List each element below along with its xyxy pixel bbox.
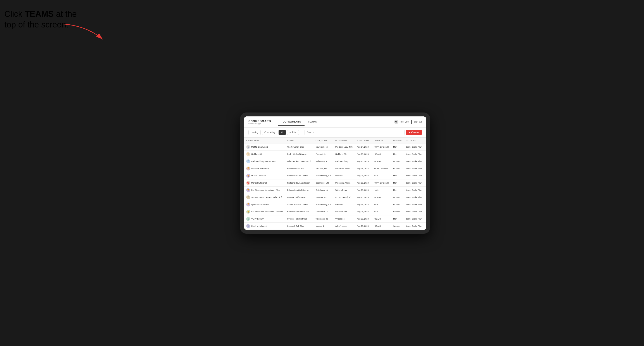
cell-event-name: 🏌 2023 Women's Hesston Fall Kickoff — [244, 194, 285, 201]
cell-start-date: Aug 28, 2023 — [355, 208, 372, 215]
cell-actions: ✎ Edit — [424, 165, 426, 172]
nav-tabs: TOURNAMENTS TEAMS — [278, 118, 394, 126]
col-venue: VENUE — [285, 138, 313, 144]
cell-division: NAIA — [372, 172, 391, 179]
cell-actions: ✎ Edit — [424, 158, 426, 165]
event-name: Fall Statesmen Invitational - Women — [251, 211, 283, 213]
settings-icon[interactable]: ⚙ — [394, 120, 398, 124]
logo-title: SCOREBOARD — [248, 120, 271, 123]
filter-button[interactable]: ≡ Filter — [287, 130, 299, 135]
cell-start-date: Aug 28, 2023 — [355, 201, 372, 208]
tablet-screen: SCOREBOARD Powered by clippit TOURNAMENT… — [244, 116, 426, 230]
cell-scoring: team, Stroke Play — [404, 194, 424, 201]
cell-gender: Women — [391, 208, 404, 215]
cell-event-name: 🏆 Maverick Invitational — [244, 165, 285, 172]
cell-gender: Women — [391, 194, 404, 201]
cell-actions: ✎ Edit — [424, 215, 426, 222]
cell-gender: Men — [391, 186, 404, 194]
cell-city: Marion, IL — [313, 222, 333, 230]
col-actions: ACTIONS — [424, 138, 426, 144]
cell-city: Newburgh, NY — [313, 143, 333, 151]
cell-start-date: Aug 25, 2023 — [355, 151, 372, 158]
cell-division: NCAA Division III — [372, 179, 391, 186]
tablet-frame: SCOREBOARD Powered by clippit TOURNAMENT… — [240, 113, 430, 234]
table-container: EVENT NAME VENUE CITY, STATE HOSTED BY S… — [244, 138, 426, 230]
cell-division: NAIA — [372, 201, 391, 208]
cell-division: NICAA I — [372, 151, 391, 158]
cell-division: NICAA II — [372, 194, 391, 201]
cell-city: Hesston, KS — [313, 194, 333, 201]
cell-start-date: Aug 28, 2023 — [355, 172, 372, 179]
team-icon: 🏆 — [246, 174, 250, 178]
cell-venue: Cypress Hills Golf Club — [285, 215, 313, 222]
header-user: Test User — [400, 121, 409, 123]
event-name: 2023 Women's Hesston Fall Kickoff — [251, 196, 282, 198]
table-row: 🏆 Fall Statesmen Invitational - Women Ed… — [244, 208, 426, 215]
annotation-bold: TEAMS — [25, 9, 54, 18]
cell-venue: Hesston Golf Course — [285, 194, 313, 201]
event-name: Fall Statesmen Invitational - Men — [251, 189, 280, 191]
team-icon: 🏆 — [246, 188, 250, 192]
cell-actions: ✎ Edit — [424, 201, 426, 208]
arrow-graphic — [61, 22, 109, 44]
cell-start-date: Aug 28, 2023 — [355, 179, 372, 186]
cell-venue: Edmundson Golf Course — [285, 186, 313, 194]
filter-all[interactable]: All — [278, 130, 286, 135]
cell-city: Prestonsburg, KY — [313, 201, 333, 208]
separator: | — [411, 120, 412, 124]
cell-hosted-by: Minnesota State — [333, 165, 355, 172]
cell-scoring: team, Stroke Play — [404, 165, 424, 172]
col-start-date: START DATE — [355, 138, 372, 144]
cell-scoring: team, Stroke Play — [404, 172, 424, 179]
search-input[interactable] — [304, 130, 404, 135]
team-icon: 🏆 — [246, 167, 250, 171]
cell-city: Faribault, MN — [313, 165, 333, 172]
cell-division: NAIA — [372, 208, 391, 215]
filter-hosting[interactable]: Hosting — [248, 130, 261, 135]
event-name: Klash at Kokopelli — [251, 225, 267, 227]
event-name: upike fall invitational — [251, 203, 269, 206]
cell-scoring: team, Stroke Play — [404, 151, 424, 158]
cell-scoring: team, Stroke Play — [404, 208, 424, 215]
create-label: Create — [411, 131, 419, 134]
cell-start-date: Aug 28, 2023 — [355, 186, 372, 194]
tab-tournaments[interactable]: TOURNAMENTS — [278, 118, 304, 126]
team-icon: 🏆 — [246, 202, 250, 206]
create-button[interactable]: + Create — [406, 130, 422, 135]
col-event-name: EVENT NAME — [244, 138, 285, 144]
table-row: 🏆 upike fall invitational StoneCrest Gol… — [244, 201, 426, 208]
team-icon: 🎯 — [246, 181, 250, 185]
table-row: 🏌 Klash at Kokopelli Kokopelli Golf Club… — [244, 222, 426, 230]
signout-link[interactable]: Sign out — [414, 121, 422, 123]
cell-division: NCAA Division III — [372, 143, 391, 151]
cell-city: Galesburg, IL — [313, 158, 333, 165]
cell-venue: Park Hills Golf Course — [285, 151, 313, 158]
cell-hosted-by: Pikeville — [333, 201, 355, 208]
cell-scoring: team, Stroke Play — [404, 143, 424, 151]
cell-event-name: 🏌 Highland 36 — [244, 151, 285, 158]
cell-actions: ✎ Edit — [424, 151, 426, 158]
cell-start-date: Aug 28, 2023 — [355, 222, 372, 230]
tab-teams[interactable]: TEAMS — [304, 118, 320, 126]
cell-event-name: 🏌 MSMC Qualifying 1 — [244, 143, 285, 151]
filter-competing[interactable]: Competing — [262, 130, 277, 135]
cell-actions: ✎ Edit — [424, 208, 426, 215]
col-gender: GENDER — [391, 138, 404, 144]
logo: SCOREBOARD Powered by clippit — [248, 120, 271, 124]
cell-gender: Men — [391, 151, 404, 158]
cell-scoring: team, Stroke Play — [404, 186, 424, 194]
cell-start-date: Aug 28, 2023 — [355, 194, 372, 201]
cell-venue: StoneCrest Golf Course — [285, 201, 313, 208]
cell-gender: Men — [391, 179, 404, 186]
cell-scoring: team, Stroke Play — [404, 179, 424, 186]
cell-city: Freeport, IL — [313, 151, 333, 158]
cell-gender: Women — [391, 222, 404, 230]
cell-start-date: Aug 28, 2023 — [355, 165, 372, 172]
cell-city: Oskaloosa, IA — [313, 186, 333, 194]
cell-division: NICAA I — [372, 222, 391, 230]
team-icon: 🏆 — [246, 210, 250, 214]
cell-scoring: team, Stroke Play — [404, 222, 424, 230]
cell-start-date: Aug 24, 2023 — [355, 143, 372, 151]
team-icon: 🏌 — [246, 159, 250, 163]
header: SCOREBOARD Powered by clippit TOURNAMENT… — [244, 116, 426, 128]
